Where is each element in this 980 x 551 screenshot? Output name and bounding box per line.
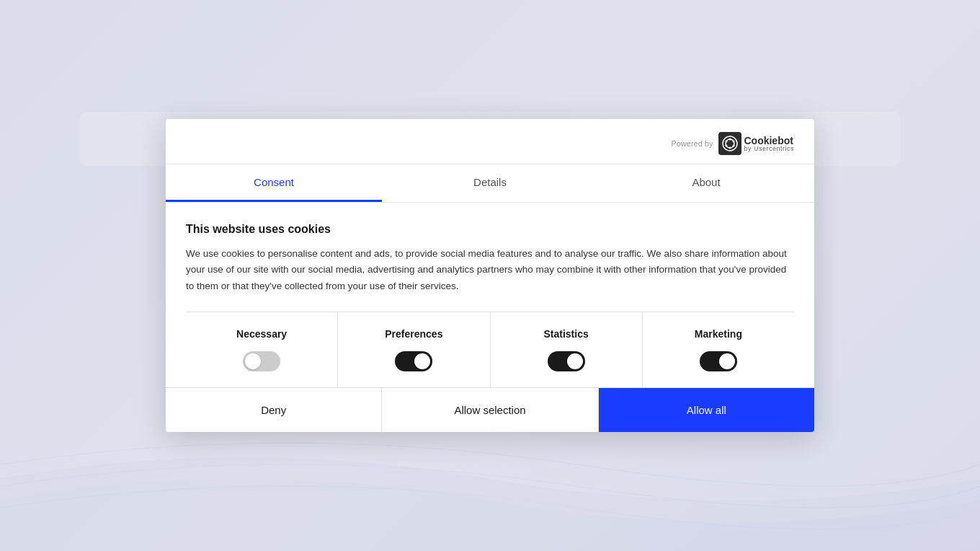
toggle-preferences-slider [395, 351, 432, 371]
svg-point-8 [726, 141, 728, 143]
svg-point-4 [733, 141, 735, 143]
toggle-statistics[interactable] [548, 351, 585, 371]
modal-header: Powered by Cookiebot by Usercentrics [166, 119, 814, 164]
toggle-marketing-slider [700, 351, 737, 371]
tab-consent[interactable]: Consent [166, 164, 382, 202]
category-statistics-label: Statistics [544, 328, 589, 340]
tab-bar: Consent Details About [166, 164, 814, 203]
category-necessary: Necessary [186, 312, 338, 387]
modal-body: This website uses cookies We use cookies… [166, 203, 814, 387]
tab-about[interactable]: About [598, 164, 814, 202]
category-marketing: Marketing [643, 312, 794, 387]
svg-point-5 [733, 145, 735, 147]
category-necessary-label: Necessary [236, 328, 287, 340]
toggle-necessary-slider [243, 351, 280, 371]
cookiebot-logo: Cookiebot by Usercentrics [718, 132, 794, 155]
modal-title: This website uses cookies [186, 223, 794, 236]
category-preferences: Preferences [338, 312, 490, 387]
allow-selection-button[interactable]: Allow selection [382, 388, 598, 432]
svg-point-6 [729, 147, 731, 149]
deny-button[interactable]: Deny [166, 388, 382, 432]
powered-by-text: Powered by [671, 139, 713, 148]
category-statistics: Statistics [491, 312, 643, 387]
cookie-consent-modal: Powered by Cookiebot by Usercentrics [166, 119, 814, 432]
cookiebot-name: Cookiebot [744, 136, 794, 146]
modal-description: We use cookies to personalise content an… [186, 246, 794, 294]
category-marketing-label: Marketing [695, 328, 742, 340]
toggle-marketing[interactable] [700, 351, 737, 371]
toggle-necessary[interactable] [243, 351, 280, 371]
modal-footer: Deny Allow selection Allow all [166, 387, 814, 432]
toggle-statistics-slider [548, 351, 585, 371]
cookiebot-logo-text: Cookiebot by Usercentrics [744, 136, 794, 152]
cookie-categories: Necessary Preferences Statistics [186, 312, 794, 387]
cookiebot-sub: by Usercentrics [744, 146, 794, 152]
toggle-preferences[interactable] [395, 351, 432, 371]
svg-point-3 [729, 138, 731, 141]
allow-all-button[interactable]: Allow all [599, 388, 814, 432]
category-preferences-label: Preferences [385, 328, 442, 340]
svg-point-7 [726, 145, 728, 147]
tab-details[interactable]: Details [382, 164, 598, 202]
powered-by: Powered by Cookiebot by Usercentrics [671, 132, 794, 155]
cookiebot-icon [718, 132, 741, 155]
